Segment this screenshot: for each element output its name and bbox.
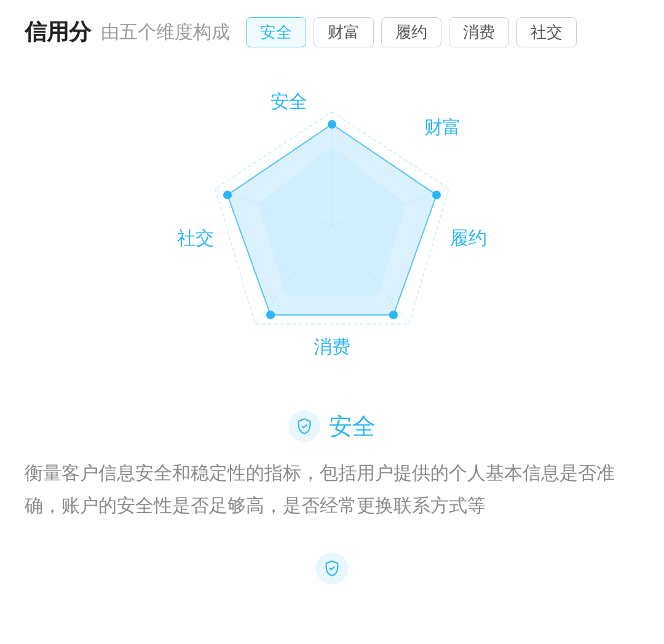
svg-point-9 (328, 120, 336, 129)
label-consumption: 消费 (314, 335, 350, 360)
label-social: 社交 (177, 226, 214, 251)
bottom-shield-icon (323, 560, 341, 577)
svg-point-10 (432, 191, 441, 199)
info-title-row: 安全 (25, 410, 639, 442)
label-security: 安全 (271, 89, 307, 114)
svg-point-11 (389, 311, 398, 319)
radar-container: 安全 财富 履约 消费 社交 (166, 78, 498, 386)
tag-wealth[interactable]: 财富 (314, 17, 374, 47)
info-section: 安全 衡量客户信息安全和稳定性的指标，包括用户提供的个人基本信息是否准确，账户的… (0, 398, 664, 540)
tag-consumption[interactable]: 消费 (449, 17, 509, 47)
page-title: 信用分 (25, 17, 91, 47)
info-title: 安全 (329, 411, 376, 442)
svg-point-13 (223, 191, 232, 199)
radar-section: 安全 财富 履约 消费 社交 (0, 60, 664, 398)
svg-point-12 (266, 311, 275, 319)
tag-social[interactable]: 社交 (516, 17, 577, 47)
page-subtitle: 由五个维度构成 (101, 20, 230, 45)
tag-security[interactable]: 安全 (246, 17, 306, 47)
bottom-icon-wrap[interactable] (316, 552, 348, 584)
label-contract: 履约 (450, 226, 487, 251)
page-header: 信用分 由五个维度构成 安全 财富 履约 消费 社交 (0, 0, 664, 60)
shield-check-icon (296, 418, 313, 435)
label-wealth: 财富 (424, 115, 461, 140)
tag-list: 安全 财富 履约 消费 社交 (246, 17, 577, 47)
info-description: 衡量客户信息安全和稳定性的指标，包括用户提供的个人基本信息是否准确，账户的安全性… (25, 457, 639, 522)
tag-contract[interactable]: 履约 (381, 17, 441, 47)
bottom-indicator (0, 540, 664, 597)
shield-icon-wrap (288, 410, 320, 442)
